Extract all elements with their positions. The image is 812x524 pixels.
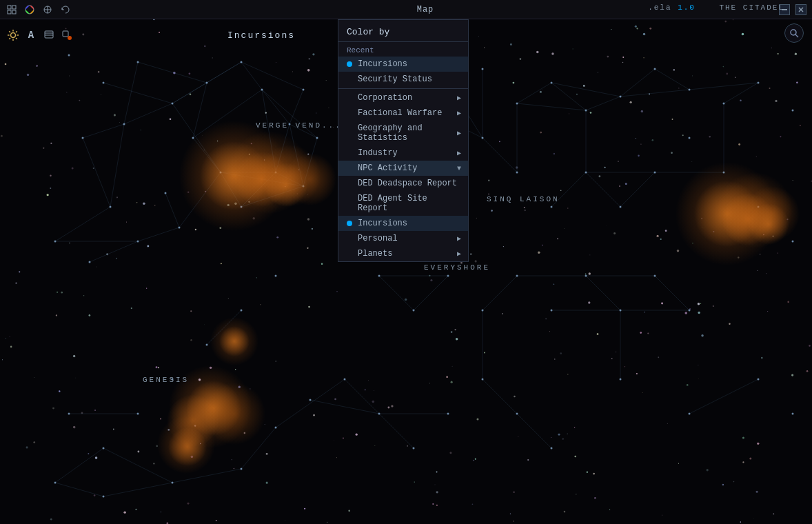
personal-arrow: ▶ (457, 234, 461, 243)
dropdown-header: Color by (338, 20, 468, 42)
factional-dot (347, 110, 352, 116)
radio-selected-dot (347, 61, 352, 67)
npc-arrow: ▼ (457, 165, 461, 172)
incursions-recent-item[interactable]: Incursions (338, 57, 468, 72)
geography-arrow: ▶ (457, 129, 461, 137)
region-name: THE CITADEL (719, 3, 784, 12)
verge-vendor-label: VERGE VEND... (256, 121, 342, 130)
version-badge: 1.0 (678, 3, 696, 12)
planets-arrow: ▶ (457, 250, 461, 258)
geography-dot (347, 130, 352, 136)
divider-1 (338, 88, 468, 89)
color-wheel-icon[interactable] (23, 3, 36, 16)
map-title: Map (417, 5, 434, 14)
industry-arrow: ▶ (457, 149, 461, 157)
genesis-label: GENESIS (143, 376, 189, 384)
ded-deadspace-item[interactable]: DED Deadspace Report (338, 176, 468, 191)
everyshore-label: EVERYSHORE (424, 263, 490, 272)
sinq-laison-label: SINQ LAISON (487, 195, 560, 203)
svg-rect-1 (12, 6, 16, 9)
geography-item[interactable]: Geography and Statistics ▶ (338, 121, 468, 145)
color-by-dropdown: Color by Recent Incursions Security Stat… (338, 19, 469, 262)
svg-point-26 (791, 30, 796, 35)
search-button[interactable] (784, 23, 804, 43)
location-icon[interactable] (41, 3, 54, 16)
incursions-recent-label: Incursions (358, 59, 407, 69)
personal-label: Personal (358, 234, 398, 243)
svg-line-27 (795, 34, 798, 37)
radio-empty-dot (347, 77, 352, 82)
factional-warfare-label: Factional Warfare (358, 108, 442, 118)
svg-line-18 (16, 38, 17, 39)
svg-line-20 (9, 38, 10, 39)
personal-dot (347, 236, 352, 241)
incursions-npc-label: Incursions (358, 219, 407, 228)
close-button[interactable] (795, 4, 806, 15)
planets-label: Planets (358, 249, 392, 259)
svg-rect-3 (12, 10, 16, 14)
svg-rect-0 (8, 6, 11, 9)
svg-rect-2 (8, 10, 11, 14)
svg-point-12 (11, 33, 16, 38)
refresh-icon[interactable] (59, 3, 72, 16)
ded-agent-label: DED Agent Site Report (358, 194, 460, 213)
security-status-label: Security Status (358, 74, 432, 84)
svg-line-19 (16, 31, 17, 32)
svg-rect-24 (63, 31, 68, 37)
factional-arrow: ▶ (457, 109, 461, 117)
top-bar-left (0, 3, 72, 16)
svg-rect-21 (45, 31, 53, 38)
npc-activity-item[interactable]: NPC Activity ▼ (338, 161, 468, 176)
corporation-label: Corporation (358, 93, 412, 103)
dropdown-title: Color by (347, 27, 389, 37)
industry-dot (347, 150, 352, 156)
npc-activity-label: NPC Activity (358, 163, 417, 173)
corporation-dot (347, 95, 352, 101)
corporation-arrow: ▶ (457, 94, 461, 102)
npc-dot (347, 165, 352, 171)
svg-point-5 (28, 8, 32, 11)
ded-deadspace-label: DED Deadspace Report (358, 179, 457, 188)
text-icon[interactable]: A (23, 28, 39, 43)
geography-label: Geography and Statistics (358, 123, 460, 143)
breadcrumb-prefix: .ela (648, 3, 671, 12)
sun-icon[interactable] (6, 28, 21, 43)
incursions-npc-dot (347, 221, 352, 226)
industry-item[interactable]: Industry ▶ (338, 145, 468, 161)
grid-icon[interactable] (6, 3, 18, 16)
planets-dot (347, 251, 352, 256)
ded-agent-item[interactable]: DED Agent Site Report (338, 191, 468, 216)
factional-warfare-item[interactable]: Factional Warfare ▶ (338, 105, 468, 121)
corporation-item[interactable]: Corporation ▶ (338, 90, 468, 105)
security-status-item[interactable]: Security Status (338, 72, 468, 87)
personal-item[interactable]: Personal ▶ (338, 231, 468, 246)
svg-line-17 (9, 31, 10, 32)
incursions-top-label: Incursions (227, 30, 295, 41)
planets-item[interactable]: Planets ▶ (338, 246, 468, 261)
breadcrumb: .ela 1.0 THE CITADEL (648, 3, 784, 12)
top-bar-center: Map (417, 5, 434, 14)
recent-section-label: Recent (338, 42, 468, 57)
tag-icon[interactable] (59, 28, 74, 43)
layers-icon[interactable] (41, 28, 57, 43)
svg-point-25 (68, 36, 72, 40)
incursions-npc-item[interactable]: Incursions (338, 216, 468, 231)
industry-label: Industry (358, 148, 398, 158)
left-toolbar: A (6, 28, 74, 43)
